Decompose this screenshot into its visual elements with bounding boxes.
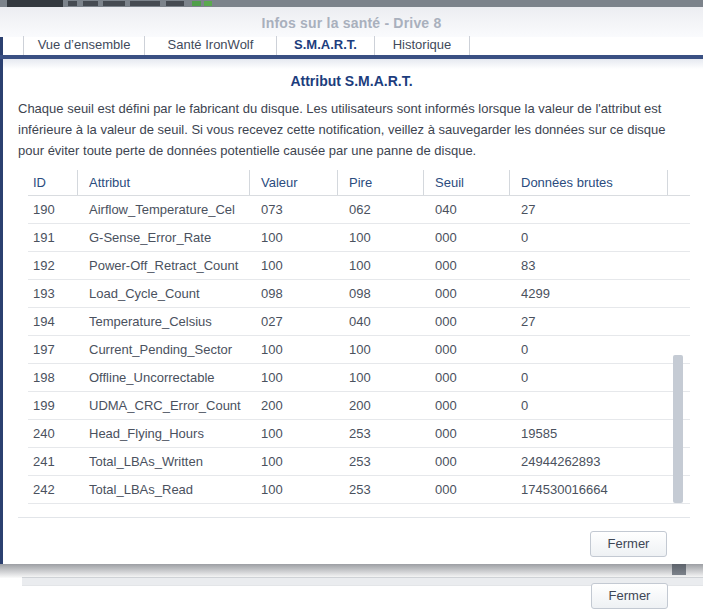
cell-raw-data: 24944262893 [510, 448, 668, 475]
tab-overview[interactable]: Vue d’ensemble [23, 36, 145, 55]
cell-raw-data: 27 [510, 308, 668, 335]
cell-threshold: 000 [424, 476, 510, 503]
column-header-id[interactable]: ID [28, 170, 78, 195]
cell-value: 100 [250, 224, 338, 251]
cell-id: 194 [28, 308, 78, 335]
table-row: 193 Load_Cycle_Count 098 098 000 4299 [28, 280, 690, 308]
background-fragment [166, 1, 184, 6]
cell-raw-data: 4299 [510, 280, 668, 307]
status-green-fragment [204, 1, 212, 6]
cell-attribute: Load_Cycle_Count [78, 280, 250, 307]
cell-value: 200 [250, 392, 338, 419]
cell-threshold: 000 [424, 392, 510, 419]
cell-attribute: Temperature_Celsius [78, 308, 250, 335]
background-fragment [7, 0, 63, 7]
column-header-worst[interactable]: Pire [338, 170, 424, 195]
cell-raw-data: 0 [510, 224, 668, 251]
background-fragment [68, 1, 77, 6]
column-header-gutter [668, 170, 690, 195]
cell-worst: 253 [338, 420, 424, 447]
cell-threshold: 000 [424, 252, 510, 279]
cell-value: 100 [250, 252, 338, 279]
column-header-attribute[interactable]: Attribut [78, 170, 250, 195]
cell-attribute: Airflow_Temperature_Cel [78, 196, 250, 223]
background-fragment [103, 1, 125, 6]
cell-attribute: Head_Flying_Hours [78, 420, 250, 447]
cell-id: 199 [28, 392, 78, 419]
screen: Fermer Infos sur la santé - Drive 8 Vue … [0, 0, 703, 611]
tab-history[interactable]: Historique [375, 36, 470, 55]
cell-raw-data: 174530016664 [510, 476, 668, 503]
cell-gutter [668, 308, 690, 335]
table-row: 194 Temperature_Celsius 027 040 000 27 [28, 308, 690, 336]
background-fragment [130, 1, 160, 6]
cell-worst: 098 [338, 280, 424, 307]
column-header-threshold[interactable]: Seuil [424, 170, 510, 195]
column-header-raw-data[interactable]: Données brutes [510, 170, 668, 195]
cell-id: 198 [28, 364, 78, 391]
table-row: 198 Offline_Uncorrectable 100 100 000 0 [28, 364, 690, 392]
cell-threshold: 000 [424, 308, 510, 335]
table-scrollbar-thumb[interactable] [673, 355, 683, 503]
cell-threshold: 000 [424, 448, 510, 475]
dialog-drop-shadow [0, 563, 703, 578]
cell-value: 073 [250, 196, 338, 223]
content-top-fade [3, 59, 703, 69]
cell-threshold: 000 [424, 364, 510, 391]
cell-gutter [668, 196, 690, 223]
cell-worst: 200 [338, 392, 424, 419]
table-row: 197 Current_Pending_Sector 100 100 000 0 [28, 336, 690, 364]
table-row: 192 Power-Off_Retract_Count 100 100 000 … [28, 252, 690, 280]
cell-gutter [668, 252, 690, 279]
cell-gutter [668, 224, 690, 251]
cell-threshold: 000 [424, 420, 510, 447]
table-row: 190 Airflow_Temperature_Cel 073 062 040 … [28, 196, 690, 224]
cell-attribute: Power-Off_Retract_Count [78, 252, 250, 279]
cell-id: 192 [28, 252, 78, 279]
cell-gutter [668, 280, 690, 307]
cell-threshold: 000 [424, 336, 510, 363]
footer-separator [18, 517, 690, 518]
cell-threshold: 040 [424, 196, 510, 223]
cell-id: 241 [28, 448, 78, 475]
cell-threshold: 000 [424, 280, 510, 307]
tab-ironwolf-health[interactable]: Santé IronWolf [145, 36, 277, 55]
dialog-titlebar[interactable]: Infos sur la santé - Drive 8 [0, 7, 703, 37]
cell-raw-data: 0 [510, 364, 668, 391]
cell-attribute: Offline_Uncorrectable [78, 364, 250, 391]
cell-attribute: Total_LBAs_Read [78, 476, 250, 503]
column-header-value[interactable]: Valeur [250, 170, 338, 195]
cell-value: 100 [250, 364, 338, 391]
tab-bar: Vue d’ensemble Santé IronWolf S.M.A.R.T.… [23, 36, 470, 55]
cell-raw-data: 83 [510, 252, 668, 279]
cell-attribute: Total_LBAs_Written [78, 448, 250, 475]
cell-worst: 040 [338, 308, 424, 335]
cell-id: 240 [28, 420, 78, 447]
background-fragment [83, 1, 98, 6]
cell-value: 098 [250, 280, 338, 307]
table-row: 191 G-Sense_Error_Rate 100 100 000 0 [28, 224, 690, 252]
cell-attribute: G-Sense_Error_Rate [78, 224, 250, 251]
close-button[interactable]: Fermer [590, 531, 667, 557]
panel-description: Chaque seuil est défini par le fabricant… [18, 98, 686, 161]
background-close-button[interactable]: Fermer [591, 583, 668, 609]
table-row: 241 Total_LBAs_Written 100 253 000 24944… [28, 448, 690, 476]
cell-raw-data: 0 [510, 336, 668, 363]
cell-id: 193 [28, 280, 78, 307]
cell-value: 100 [250, 420, 338, 447]
cell-value: 027 [250, 308, 338, 335]
table-row: 242 Total_LBAs_Read 100 253 000 17453001… [28, 476, 690, 504]
cell-worst: 100 [338, 364, 424, 391]
cell-id: 190 [28, 196, 78, 223]
table-row: 199 UDMA_CRC_Error_Count 200 200 000 0 [28, 392, 690, 420]
cell-id: 242 [28, 476, 78, 503]
cell-id: 191 [28, 224, 78, 251]
cell-worst: 100 [338, 336, 424, 363]
cell-attribute: Current_Pending_Sector [78, 336, 250, 363]
tab-smart[interactable]: S.M.A.R.T. [277, 36, 375, 55]
cell-raw-data: 0 [510, 392, 668, 419]
cell-attribute: UDMA_CRC_Error_Count [78, 392, 250, 419]
health-info-dialog: Infos sur la santé - Drive 8 Vue d’ensem… [0, 7, 703, 564]
cell-id: 197 [28, 336, 78, 363]
cell-value: 100 [250, 336, 338, 363]
